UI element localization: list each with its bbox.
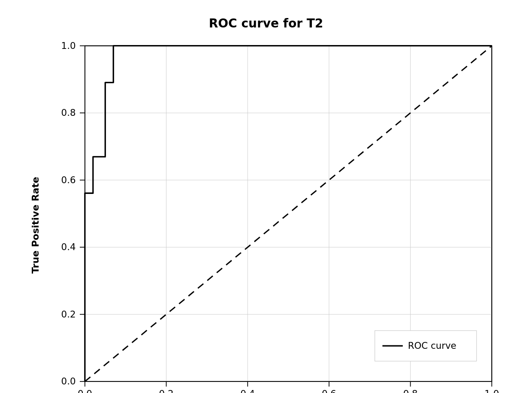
svg-text:0.4: 0.4	[61, 242, 76, 252]
svg-text:0.2: 0.2	[61, 309, 76, 320]
chart-title: ROC curve for T2	[209, 16, 323, 30]
legend-roc-label: ROC curve	[408, 340, 456, 351]
svg-text:0.0: 0.0	[78, 388, 92, 393]
svg-text:0.0: 0.0	[61, 376, 76, 387]
svg-text:0.2: 0.2	[159, 388, 174, 393]
y-axis-label: True Positive Rate	[30, 177, 41, 274]
roc-chart-svg: 0.0 0.2 0.4 0.6 0.8 1.0 0.0 0.2 0.4	[44, 36, 502, 393]
svg-text:1.0: 1.0	[61, 40, 76, 51]
svg-text:1.0: 1.0	[484, 388, 499, 393]
chart-container: ROC curve for T2 True Positive Rate	[30, 16, 502, 377]
chart-area: 0.0 0.2 0.4 0.6 0.8 1.0 0.0 0.2 0.4	[44, 36, 502, 393]
svg-text:0.6: 0.6	[322, 388, 336, 393]
svg-text:0.4: 0.4	[240, 388, 255, 393]
svg-text:0.6: 0.6	[61, 175, 76, 185]
svg-text:0.8: 0.8	[61, 107, 76, 118]
svg-text:0.8: 0.8	[403, 388, 418, 393]
chart-body: True Positive Rate	[30, 36, 502, 393]
